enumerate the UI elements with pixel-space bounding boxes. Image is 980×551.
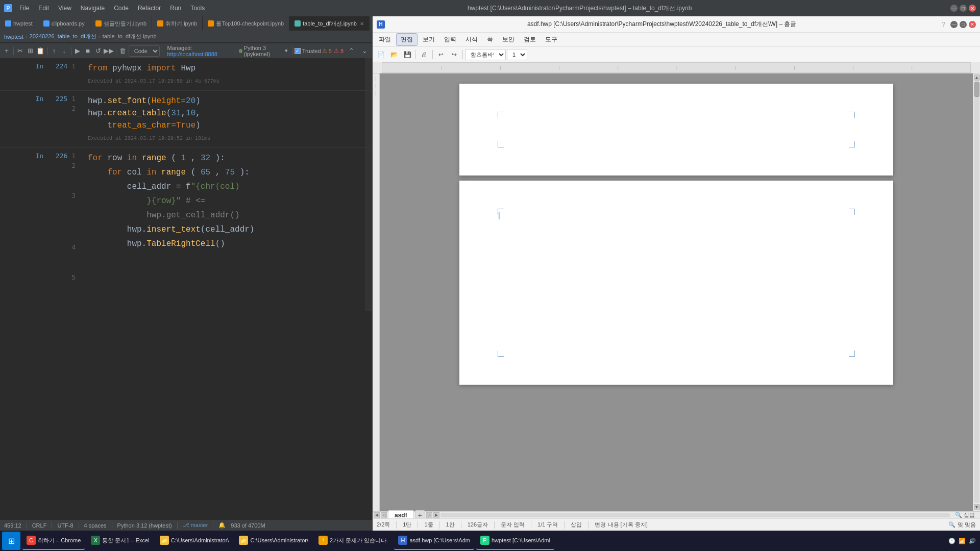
hwp-menu-security[interactable]: 보안: [498, 34, 519, 45]
tab-samplemake[interactable]: 샘플만들기.ipynb: [90, 16, 152, 31]
toolbar-paste-btn[interactable]: 📋: [36, 45, 45, 57]
hwp-page-1-content[interactable]: [500, 114, 852, 145]
cell-226-content[interactable]: for row in range ( 1 , 32 ): for col: [82, 148, 365, 311]
hwp-menu-width[interactable]: 폭: [483, 34, 497, 45]
hwp-menu-review[interactable]: 검토: [520, 34, 540, 45]
hscroll-prev-btn[interactable]: ◁: [381, 512, 387, 518]
hwp-close-btn[interactable]: ✕: [969, 21, 976, 28]
minimize-button[interactable]: —: [950, 5, 958, 12]
scroll-down-btn[interactable]: ▼: [974, 504, 980, 510]
hscroll-right-btn[interactable]: ▶: [433, 512, 439, 518]
pycharm-taskbar-icon: P: [480, 536, 489, 545]
toolbar-copy-btn[interactable]: ⊞: [26, 45, 35, 57]
managed-url-link[interactable]: http://localhost:8888: [167, 51, 217, 57]
hwp-page-1[interactable]: [459, 84, 893, 176]
hwp-menu-view[interactable]: 보기: [419, 34, 439, 45]
toolbar-cut-btn[interactable]: ✂: [16, 45, 25, 57]
cell-225-gutter: In 225 1 2: [0, 91, 82, 147]
cell-type-select[interactable]: Code: [129, 45, 160, 57]
hwp-zoom-out-icon[interactable]: 🔍: [948, 521, 955, 528]
menu-file[interactable]: File: [15, 4, 33, 13]
hwp-menu-file[interactable]: 파일: [375, 34, 395, 45]
hwp-font-select[interactable]: 함초롬바탕: [465, 49, 506, 60]
breadcrumb-hwptest[interactable]: hwptest: [4, 34, 23, 40]
toolbar-expand-btn[interactable]: ⌃: [346, 45, 357, 57]
taskbar-app-excel[interactable]: X 통합 문서1 – Excel: [87, 532, 153, 550]
hwp-new-btn[interactable]: 📄: [375, 48, 387, 61]
errors-badge[interactable]: ⚠ 8: [334, 47, 344, 54]
tab-chwihapy[interactable]: 취하기.ipynb: [152, 16, 203, 31]
hwp-zoom-fit[interactable]: 맞 맞음: [958, 521, 976, 529]
toolbar-move-up-btn[interactable]: ↑: [50, 45, 59, 57]
taskbar-app-hwp[interactable]: H asdf.hwp [C:\Users\Adm: [394, 532, 474, 550]
hscroll-next-btn[interactable]: ▷: [426, 512, 432, 518]
hwp-print-btn[interactable]: 🖨: [418, 48, 430, 61]
hwp-menu-input[interactable]: 입력: [440, 34, 460, 45]
hwp-help-btn[interactable]: ?: [939, 21, 948, 28]
cell-225-num: 225: [56, 95, 67, 103]
hwp-redo-btn[interactable]: ↪: [448, 48, 460, 61]
tab-hwptest[interactable]: hwptest: [0, 16, 38, 31]
toolbar-move-down-btn[interactable]: ↓: [60, 45, 69, 57]
menu-tools[interactable]: Tools: [186, 4, 209, 13]
toolbar-clear-btn[interactable]: 🗑: [118, 45, 128, 57]
toolbar-stop-btn[interactable]: ■: [83, 45, 92, 57]
hwp-app-icon: H: [377, 20, 385, 29]
tabs-overflow-indicator[interactable]: ≫: [370, 20, 372, 27]
hwp-menu-format[interactable]: 서식: [461, 34, 482, 45]
taskbar-app-pycharm[interactable]: P hwptest [C:\Users\Admi: [476, 532, 554, 550]
tab-clipboards[interactable]: clipboards.py: [38, 16, 90, 31]
hwp-zoom-icon[interactable]: 🔍: [955, 512, 962, 518]
start-button[interactable]: ⊞: [2, 532, 20, 550]
maximize-button[interactable]: □: [960, 5, 967, 12]
taskbar-app-warn[interactable]: ! 2가지 문제가 있습니다.: [314, 532, 392, 550]
hwp-menu-tools[interactable]: 도구: [541, 34, 561, 45]
trusted-badge[interactable]: ✓ Trusted: [295, 48, 321, 54]
status-git-branch[interactable]: ⎇ master: [183, 522, 208, 529]
tab-top100[interactable]: 롤Top100-checkpoint.ipynb: [203, 16, 289, 31]
toolbar-add-cell-btn[interactable]: +: [2, 45, 11, 57]
cell-225-content[interactable]: hwp.set_font(Height=20) hwp.create_table…: [82, 91, 365, 147]
menu-refactor[interactable]: Refactor: [134, 4, 165, 13]
kernel-status[interactable]: Python 3 (ipykernel) ▾: [237, 45, 290, 57]
hwp-save-btn[interactable]: 💾: [401, 48, 413, 61]
menu-view[interactable]: View: [54, 4, 76, 13]
hwp-minimize-btn[interactable]: —: [950, 21, 958, 28]
taskbar-app-chrome[interactable]: C 취하기 – Chrome: [22, 532, 85, 550]
taskbar-app-folder2[interactable]: 📁 C:\Users\Administrator\: [235, 532, 312, 550]
scroll-thumb[interactable]: [974, 82, 979, 97]
menu-code[interactable]: Code: [110, 4, 133, 13]
toolbar-restart-btn[interactable]: ↺: [93, 45, 103, 57]
toolbar-collapse-btn[interactable]: ⌄: [359, 45, 370, 57]
tab-close-icon[interactable]: ✕: [360, 21, 364, 27]
taskbar-app-folder1[interactable]: 📁 C:\Users\Administrator\: [156, 532, 233, 550]
menu-edit[interactable]: Edit: [34, 4, 53, 13]
close-button[interactable]: ✕: [969, 5, 976, 12]
tab-table-to-df[interactable]: table_to_df개선.ipynb ✕: [289, 16, 370, 31]
cell-226-lineno2: 2: [71, 162, 76, 169]
status-position: 459:12: [4, 522, 21, 529]
hwp-fontsize-select[interactable]: 10: [507, 49, 527, 60]
hwp-maximize-btn[interactable]: □: [960, 21, 967, 28]
hwp-menu-edit[interactable]: 편집: [396, 33, 418, 46]
hwp-page-2[interactable]: |: [459, 181, 893, 385]
trusted-checkbox-icon: ✓: [295, 48, 301, 54]
warnings-badge[interactable]: ⚠ 5: [322, 47, 332, 54]
toolbar-run-btn[interactable]: ▶: [74, 45, 83, 57]
hwp-undo-btn[interactable]: ↩: [435, 48, 447, 61]
hwp-open-btn[interactable]: 📂: [388, 48, 400, 61]
menu-navigate[interactable]: Navigate: [77, 4, 109, 13]
breadcrumb-folder[interactable]: 20240226_table_to_df개선: [30, 33, 97, 40]
hwp-page-2-content[interactable]: |: [500, 211, 852, 354]
trusted-label: Trusted: [302, 48, 321, 54]
hscroll-left-btn[interactable]: ◀: [374, 512, 380, 518]
menu-run[interactable]: Run: [166, 4, 185, 13]
toolbar-run-all-btn[interactable]: ▶▶: [104, 45, 114, 57]
hwp-menubar: 파일 편집 보기 입력 서식 폭 보안 검토 도구: [373, 33, 980, 47]
hwp-bottom-sep7: [564, 521, 565, 529]
cell-224-content[interactable]: from pyhwpx import Hwp Executed at 2024.…: [82, 58, 365, 90]
scroll-up-btn[interactable]: ▲: [974, 74, 980, 81]
hwp-vertical-scrollbar[interactable]: ▲ ▼: [973, 73, 980, 511]
insert-text-fn: insert_text: [146, 225, 201, 234]
ruler-mark-4: |: [618, 65, 619, 70]
